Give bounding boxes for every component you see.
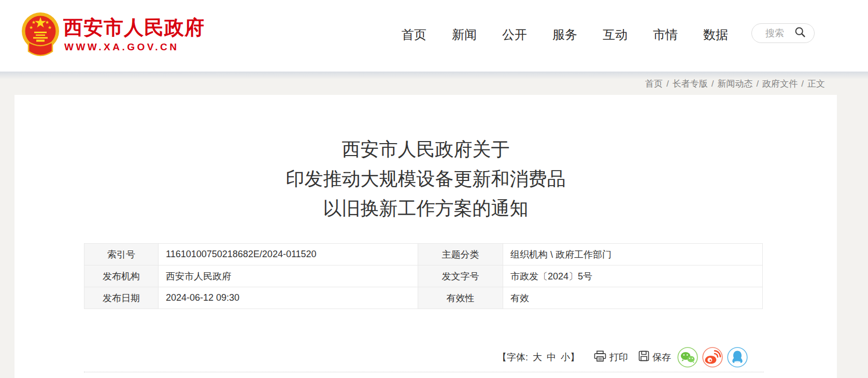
document-title-line-1: 西安市人民政府关于 (15, 134, 837, 164)
wechat-icon[interactable] (677, 347, 698, 368)
breadcrumb-govdocs[interactable]: 政府文件 (762, 79, 798, 89)
breadcrumb-separator: / (757, 79, 759, 89)
font-size-control: 【字体: 大 中 小 】 (497, 351, 579, 363)
svg-text:★: ★ (32, 20, 36, 25)
meta-value: 2024-06-12 09:30 (159, 287, 418, 309)
search-icon[interactable] (794, 26, 806, 40)
meta-label: 发文字号 (418, 265, 503, 287)
nav-item-interact[interactable]: 互动 (603, 26, 628, 43)
print-icon (594, 351, 606, 365)
meta-value: 有效 (503, 287, 763, 309)
font-size-medium-button[interactable]: 中 (547, 351, 556, 363)
save-label: 保存 (652, 351, 671, 363)
main-nav: 首页 新闻 公开 服务 互动 市情 数据 (402, 26, 728, 43)
nav-item-home[interactable]: 首页 (402, 26, 426, 43)
svg-text:★: ★ (45, 20, 49, 25)
breadcrumb-separator: / (666, 79, 669, 89)
meta-value: 11610100750218682E/2024-011520 (159, 244, 418, 265)
font-size-suffix: 】 (570, 351, 579, 363)
site-url: WWW.XA.GOV.CN (64, 41, 179, 53)
meta-value: 组织机构 \ 政府工作部门 (503, 244, 763, 265)
breadcrumb-home[interactable]: 首页 (645, 79, 663, 89)
page: ★ ★ ★ ★ 西安市人民政府 WWW.XA.GOV.CN 首页 新闻 公开 服… (0, 0, 868, 378)
meta-value: 市政发〔2024〕5号 (503, 265, 763, 287)
document-title-line-2: 印发推动大规模设备更新和消费品 (15, 164, 837, 193)
site-header: ★ ★ ★ ★ 西安市人民政府 WWW.XA.GOV.CN 首页 新闻 公开 服… (0, 0, 868, 72)
search-input[interactable] (765, 28, 792, 39)
meta-value: 西安市人民政府 (159, 265, 418, 287)
print-label: 打印 (609, 351, 628, 363)
breadcrumb: 首页/长者专版/新闻动态/政府文件/正文 (645, 78, 825, 90)
site-title: 西安市人民政府 (63, 15, 205, 41)
font-size-prefix: 【字体: (497, 351, 528, 363)
nav-item-service[interactable]: 服务 (552, 26, 577, 43)
font-size-small-button[interactable]: 小 (561, 351, 570, 363)
nav-item-city[interactable]: 市情 (653, 26, 678, 43)
breadcrumb-separator: / (801, 79, 804, 89)
document-meta-table: 索引号 11610100750218682E/2024-011520 主题分类 … (84, 243, 763, 309)
save-icon (638, 351, 649, 364)
breadcrumb-separator: / (712, 79, 714, 89)
meta-label: 发布日期 (84, 287, 159, 309)
table-row: 发布机构 西安市人民政府 发文字号 市政发〔2024〕5号 (84, 265, 763, 287)
meta-label: 有效性 (418, 287, 503, 309)
content-divider (84, 372, 764, 372)
nav-item-open[interactable]: 公开 (502, 26, 527, 43)
qq-icon[interactable] (727, 347, 748, 368)
svg-text:★: ★ (29, 25, 33, 30)
document-title-line-3: 以旧换新工作方案的通知 (15, 193, 837, 223)
table-row: 发布日期 2024-06-12 09:30 有效性 有效 (84, 287, 763, 309)
svg-text:★: ★ (48, 25, 52, 30)
breadcrumb-elderly[interactable]: 长者专版 (673, 79, 708, 89)
document-title: 西安市人民政府关于 印发推动大规模设备更新和消费品 以旧换新工作方案的通知 (15, 134, 837, 223)
meta-label: 索引号 (84, 244, 159, 265)
print-button[interactable]: 打印 (594, 351, 628, 365)
save-button[interactable]: 保存 (638, 351, 671, 364)
national-emblem-icon[interactable]: ★ ★ ★ ★ (21, 10, 60, 60)
nav-item-data[interactable]: 数据 (703, 26, 728, 43)
weibo-icon[interactable] (702, 347, 723, 368)
table-row: 索引号 11610100750218682E/2024-011520 主题分类 … (84, 244, 763, 265)
article-toolbar: 【字体: 大 中 小 】 打印 (497, 346, 748, 369)
breadcrumb-newslist[interactable]: 新闻动态 (718, 79, 753, 89)
nav-item-news[interactable]: 新闻 (452, 26, 477, 43)
font-size-large-button[interactable]: 大 (533, 351, 542, 363)
share-buttons (677, 347, 748, 368)
breadcrumb-current: 正文 (807, 79, 825, 89)
meta-label: 发布机构 (84, 265, 159, 287)
meta-label: 主题分类 (418, 244, 503, 265)
search-box[interactable] (751, 23, 815, 43)
